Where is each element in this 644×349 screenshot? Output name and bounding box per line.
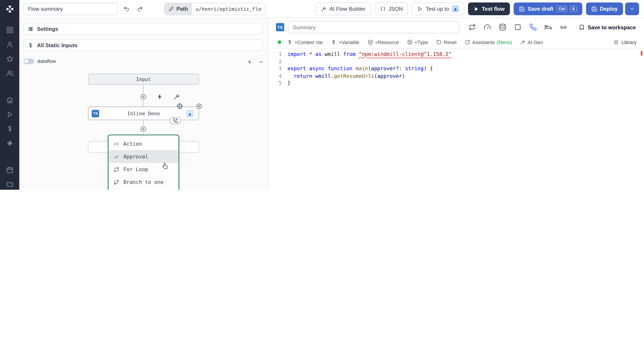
ai-flow-builder-button[interactable]: AI Flow Builder <box>316 3 371 15</box>
flow-settings-row[interactable]: Settings <box>23 23 263 35</box>
gauge-icon <box>484 24 491 31</box>
ts-badge: TS <box>92 110 99 117</box>
dollar-sign-icon <box>287 40 292 45</box>
database-icon <box>499 24 506 31</box>
dollar-sign-icon <box>331 40 336 45</box>
user-icon <box>6 41 14 48</box>
plus-circle-icon <box>140 93 147 100</box>
star-icon <box>6 55 14 62</box>
sidebar-item-folder[interactable] <box>5 180 14 189</box>
code-editor[interactable]: 12345 import * as wmill from "npm:windmi… <box>268 49 644 190</box>
path-input[interactable] <box>192 3 265 15</box>
sidebar-item-apps-grid[interactable] <box>5 26 14 35</box>
editor-action-gauge-button[interactable] <box>484 24 491 31</box>
wand-icon <box>321 6 327 12</box>
toolbar-resource-button[interactable]: +Resource <box>368 39 399 45</box>
play-icon <box>417 6 423 12</box>
dataflow-toggle[interactable] <box>24 58 34 64</box>
menu-item-branch-to-one[interactable]: Branch to one <box>109 176 179 188</box>
phone-icon <box>529 24 537 31</box>
code-line <box>288 58 452 65</box>
code-line: export async function main(approver?: st… <box>288 65 452 72</box>
settings-label: Settings <box>37 26 58 32</box>
zoom-in-button[interactable]: + <box>245 58 254 67</box>
suspend-approval-badge[interactable] <box>170 117 180 124</box>
windmill-logo-icon[interactable] <box>5 4 14 14</box>
sidebar-item-windmill[interactable] <box>5 139 14 148</box>
flow-node-input[interactable]: Input <box>88 74 199 85</box>
sidebar-item-home[interactable] <box>5 96 14 105</box>
json-button[interactable]: JSON <box>374 3 408 15</box>
sidebar-item-calendar[interactable] <box>5 165 14 174</box>
library-button[interactable]: Library <box>613 39 636 45</box>
menu-item-approval[interactable]: Approval <box>109 150 179 163</box>
editor-action-phone-button[interactable] <box>529 24 537 31</box>
sidebar-nav <box>5 26 14 190</box>
sidebar-item-dollar-sign[interactable] <box>5 124 14 133</box>
path-group: Path <box>164 3 266 15</box>
topbar: Path AI Flow Builder JSON Test up to a T… <box>19 0 644 18</box>
sidebar-item-user[interactable] <box>5 40 14 49</box>
dataflow-label: dataflow <box>37 58 56 64</box>
insert-step-button[interactable] <box>140 126 147 132</box>
editor-action-voicemail-button[interactable] <box>560 24 567 31</box>
code-line: import * as wmill from "npm:windmill-cli… <box>288 51 452 58</box>
save-to-workspace-button[interactable]: Save to workspace <box>578 24 636 31</box>
code-line: return wmill.getResumeUrls(approver) <box>288 72 452 79</box>
flow-canvas: Settings All Static Inputs dataflow + − … <box>19 18 268 190</box>
rotate-ccw-icon <box>436 40 442 45</box>
editor-action-repeat-button[interactable] <box>468 24 476 31</box>
test-flow-button[interactable]: Test flow <box>468 3 510 15</box>
sidebar-item-play[interactable] <box>5 110 14 119</box>
line-number-gutter: 12345 <box>268 49 288 190</box>
editor-action-bed-button[interactable] <box>544 24 552 31</box>
save-draft-button[interactable]: Save draft Ctrl S <box>514 3 582 15</box>
redo-button[interactable] <box>134 4 145 14</box>
path-label: Path <box>176 6 188 12</box>
test-up-to-step-badge: a <box>452 5 459 12</box>
trigger-bolt-button[interactable] <box>157 93 163 100</box>
toolbar-reset-button[interactable]: Reset <box>436 39 456 45</box>
windmill-flow-builder: Path AI Flow Builder JSON Test up to a T… <box>0 0 644 190</box>
sidebar-item-star[interactable] <box>5 54 14 63</box>
refresh-cw-icon <box>465 40 470 45</box>
sidebar-item-users[interactable] <box>5 69 14 78</box>
package-icon <box>368 40 373 45</box>
editor-action-database-button[interactable] <box>499 24 506 31</box>
toolbar-assistants-button[interactable]: Assistants(Deno) <box>465 39 512 45</box>
toolbar-variable-button[interactable]: +Variable <box>331 39 359 45</box>
mouse-cursor <box>161 162 169 172</box>
sliders-icon <box>28 26 34 32</box>
ts-badge: TS <box>276 23 284 31</box>
editor-action-square-button[interactable] <box>514 24 522 31</box>
move-step-button[interactable] <box>176 103 183 110</box>
toolbar-context-var-button[interactable]: +Context Var <box>287 39 323 45</box>
all-static-inputs-row[interactable]: All Static Inputs <box>23 40 263 51</box>
crosshair-icon <box>176 103 183 110</box>
test-up-to-button[interactable]: Test up to a <box>412 3 464 15</box>
deploy-button[interactable]: Deploy <box>586 3 623 15</box>
edit-path-button[interactable]: Path <box>164 3 192 15</box>
menu-item-branch-to-all[interactable]: Branch to all <box>109 188 179 190</box>
static-inputs-label: All Static Inputs <box>37 42 78 49</box>
dollar-sign-icon <box>6 125 14 132</box>
braces-icon <box>380 6 386 12</box>
delete-step-button[interactable] <box>196 103 202 109</box>
menu-item-action[interactable]: Action <box>109 137 179 150</box>
menu-item-label: Branch to one <box>124 179 164 185</box>
wand-icon <box>520 40 526 45</box>
zoom-out-button[interactable]: − <box>257 58 266 67</box>
connector-line <box>143 85 144 94</box>
flow-summary-input[interactable] <box>24 3 118 15</box>
step-summary-input[interactable] <box>288 21 459 33</box>
calendar-icon <box>6 166 14 174</box>
home-icon <box>6 96 14 104</box>
pencil-icon <box>168 6 174 12</box>
undo-button[interactable] <box>121 4 132 14</box>
deploy-more-button[interactable] <box>625 3 639 15</box>
ai-wand-button[interactable] <box>174 93 180 100</box>
toolbar-type-button[interactable]: +Type <box>407 39 428 45</box>
check-icon <box>114 154 120 160</box>
toolbar-ai-gen-button[interactable]: AI Gen <box>520 39 543 45</box>
insert-step-button[interactable] <box>140 93 147 100</box>
